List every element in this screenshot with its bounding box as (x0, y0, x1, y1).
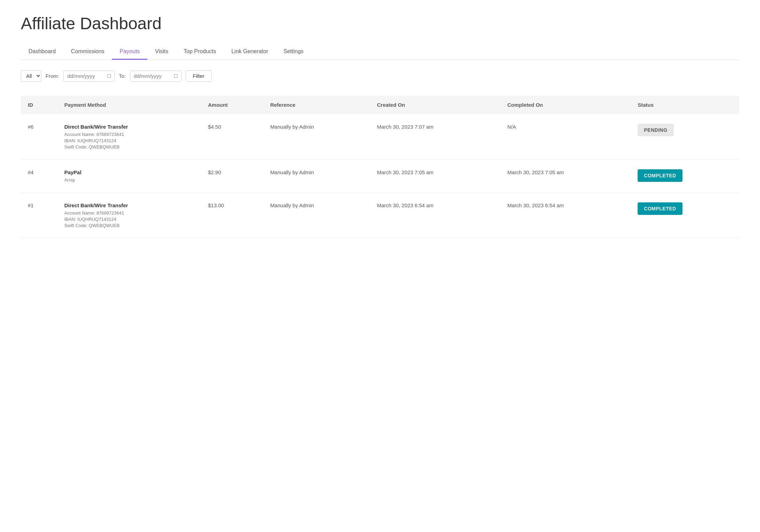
cell-payment-method: Direct Bank/Wire TransferAccount Name: 8… (57, 114, 201, 160)
filter-bar: All From: □ To: □ Filter (21, 70, 739, 82)
cell-id: #6 (21, 114, 57, 160)
payouts-table: ID Payment Method Amount Reference Creat… (21, 96, 739, 238)
cell-created-on: March 30, 2023 7:07 am (370, 114, 500, 160)
cell-completed-on: March 30, 2023 6:54 am (500, 193, 631, 238)
tab-visits[interactable]: Visits (147, 43, 176, 59)
col-status: Status (631, 96, 739, 114)
cell-payment-method: PayPalArray (57, 160, 201, 193)
to-date-field[interactable]: □ (130, 71, 181, 82)
tab-link-generator[interactable]: Link Generator (224, 43, 276, 59)
cell-id: #4 (21, 160, 57, 193)
cell-reference: Manually by Admin (263, 160, 370, 193)
cell-completed-on: March 30, 2023 7:05 am (500, 160, 631, 193)
tab-dashboard[interactable]: Dashboard (21, 43, 63, 59)
table-header: ID Payment Method Amount Reference Creat… (21, 96, 739, 114)
tab-top-products[interactable]: Top Products (176, 43, 224, 59)
cell-payment-method: Direct Bank/Wire TransferAccount Name: 8… (57, 193, 201, 238)
payment-method-detail: Swift Code: QWEBQWUEB (64, 223, 194, 228)
table-row: #1Direct Bank/Wire TransferAccount Name:… (21, 193, 739, 238)
tab-commissions[interactable]: Commissions (63, 43, 112, 59)
cell-amount: $13.00 (201, 193, 263, 238)
cell-status: PENDING (631, 114, 739, 160)
from-date-field[interactable]: □ (63, 71, 115, 82)
from-calendar-icon: □ (107, 73, 111, 79)
from-label: From: (46, 73, 59, 79)
cell-created-on: March 30, 2023 7:05 am (370, 160, 500, 193)
payment-method-detail: Swift Code: QWEBQWUEB (64, 144, 194, 150)
payment-method-name: PayPal (64, 169, 194, 175)
status-badge: COMPLETED (638, 169, 682, 182)
col-reference: Reference (263, 96, 370, 114)
to-date-input[interactable] (134, 73, 172, 79)
status-badge: COMPLETED (638, 202, 682, 215)
col-created-on: Created On (370, 96, 500, 114)
cell-amount: $2.90 (201, 160, 263, 193)
navigation-tabs: Dashboard Commissions Payouts Visits Top… (21, 43, 739, 60)
from-date-input[interactable] (67, 73, 105, 79)
cell-amount: $4.50 (201, 114, 263, 160)
cell-reference: Manually by Admin (263, 193, 370, 238)
cell-status: COMPLETED (631, 193, 739, 238)
payment-method-detail: Array (64, 177, 194, 183)
payment-method-name: Direct Bank/Wire Transfer (64, 124, 194, 130)
col-id: ID (21, 96, 57, 114)
cell-id: #1 (21, 193, 57, 238)
payment-method-name: Direct Bank/Wire Transfer (64, 202, 194, 208)
table-row: #6Direct Bank/Wire TransferAccount Name:… (21, 114, 739, 160)
col-completed-on: Completed On (500, 96, 631, 114)
status-filter-select[interactable]: All (21, 70, 41, 82)
cell-status: COMPLETED (631, 160, 739, 193)
tab-settings[interactable]: Settings (276, 43, 311, 59)
tab-payouts[interactable]: Payouts (112, 43, 147, 59)
col-amount: Amount (201, 96, 263, 114)
col-payment-method: Payment Method (57, 96, 201, 114)
payment-method-detail: IBAN: IUQHRUQ7143124 (64, 217, 194, 222)
cell-created-on: March 30, 2023 6:54 am (370, 193, 500, 238)
payment-method-detail: IBAN: IUQHRUQ7143124 (64, 138, 194, 143)
to-calendar-icon: □ (174, 73, 178, 79)
to-label: To: (119, 73, 126, 79)
cell-reference: Manually by Admin (263, 114, 370, 160)
status-badge: PENDING (638, 124, 673, 136)
filter-button[interactable]: Filter (186, 70, 212, 82)
page-title: Affiliate Dashboard (21, 14, 739, 33)
table-body: #6Direct Bank/Wire TransferAccount Name:… (21, 114, 739, 238)
payment-method-detail: Account Name: 87689723641 (64, 210, 194, 216)
payment-method-detail: Account Name: 87689723641 (64, 132, 194, 137)
table-row: #4PayPalArray$2.90Manually by AdminMarch… (21, 160, 739, 193)
cell-completed-on: N/A (500, 114, 631, 160)
